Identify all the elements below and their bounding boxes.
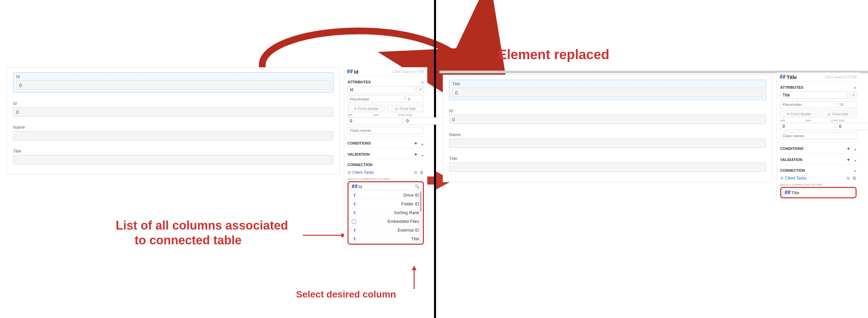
props-column-name: Title: [786, 74, 797, 80]
field-label: Id: [13, 101, 333, 106]
text-type-icon: T: [351, 201, 358, 207]
props-header: ## Title Client Tasks:id:YYZM: [777, 73, 860, 82]
expand-attribute-button[interactable]: ↗: [416, 86, 424, 94]
field-name[interactable]: Name: [13, 125, 333, 141]
max-input[interactable]: [837, 123, 868, 130]
chevron-down-icon[interactable]: ⌄: [854, 85, 857, 90]
props-column-path: Client Tasks:id:YYZM: [825, 75, 857, 79]
section-conditions[interactable]: CONDITIONS + ⌄: [777, 143, 860, 153]
force-hide-toggle[interactable]: ◎ Force hide: [819, 110, 857, 118]
attachment-type-icon: [351, 219, 356, 224]
text-type-icon: T: [351, 210, 358, 216]
column-option[interactable]: T Sorting Rank: [349, 208, 422, 217]
field-id[interactable]: Id 0: [449, 108, 766, 124]
right-pane: Title 0 Id 0 Name Title ## Title Client …: [436, 0, 868, 318]
section-connection[interactable]: CONNECTION ⌄: [777, 165, 860, 174]
add-validation-button[interactable]: +: [847, 157, 850, 162]
field-value[interactable]: [449, 139, 766, 148]
class-names-input[interactable]: [347, 127, 424, 134]
section-attributes[interactable]: ATTRIBUTES ⌄: [777, 82, 860, 92]
chevron-down-icon[interactable]: ⌄: [854, 168, 857, 172]
field-value[interactable]: 0: [452, 88, 763, 97]
copy-connection-button[interactable]: ⧉: [847, 176, 850, 180]
placeholder-input[interactable]: [780, 101, 837, 108]
select-connected-column-label: SELECT CONNECTED COLUMN: [347, 177, 424, 180]
placeholder-input[interactable]: [347, 96, 404, 103]
chevron-down-icon[interactable]: ⌄: [421, 142, 424, 146]
props-column-name: Id: [354, 69, 358, 75]
field-id-selected[interactable]: Id 0: [13, 72, 333, 93]
field-name[interactable]: Name: [449, 132, 766, 148]
attribute-name-input[interactable]: [347, 86, 415, 94]
chevron-down-icon[interactable]: ⌄: [421, 153, 424, 157]
field-title[interactable]: Title: [13, 149, 333, 164]
field-value[interactable]: 0: [13, 107, 333, 117]
field-label: Title: [13, 149, 333, 154]
section-validation[interactable]: VALIDATION + ⌄: [344, 148, 427, 159]
field-label: Title: [452, 81, 763, 86]
section-validation[interactable]: VALIDATION + ⌄: [777, 154, 860, 164]
delete-connection-button[interactable]: 🗑: [420, 170, 424, 175]
add-validation-button[interactable]: +: [414, 152, 417, 157]
field-value[interactable]: [13, 155, 333, 164]
force-hide-toggle[interactable]: ◎ Force hide: [387, 105, 424, 112]
link-icon: ⊙: [780, 176, 783, 180]
expand-icon[interactable]: ↕: [850, 191, 852, 195]
column-option[interactable]: T Folder ID: [349, 200, 422, 208]
max-label: MAX: [373, 114, 399, 117]
field-value[interactable]: [13, 131, 333, 141]
properties-panel: ## Title Client Tasks:id:YYZM ATTRIBUTES…: [776, 73, 860, 202]
placeholder-default-input[interactable]: [406, 96, 424, 103]
section-conditions[interactable]: CONDITIONS + ⌄: [344, 137, 427, 148]
section-connection[interactable]: CONNECTION: [344, 159, 427, 169]
hide-icon: ◎: [395, 107, 398, 111]
class-names-input[interactable]: [780, 132, 857, 140]
connection-table-name: Client Tasks: [785, 176, 806, 180]
force-disable-toggle[interactable]: ✕ Force disable: [780, 110, 817, 118]
force-disable-toggle[interactable]: ✕ Force disable: [347, 105, 385, 112]
copy-connection-button[interactable]: ⧉: [414, 170, 417, 175]
column-list-scrollbar[interactable]: [420, 191, 422, 243]
number-type-icon: ##: [779, 74, 785, 80]
min-input[interactable]: [347, 117, 403, 125]
field-value[interactable]: 0: [449, 115, 766, 124]
column-option[interactable]: Embedded Files: [349, 217, 422, 226]
add-condition-button[interactable]: +: [414, 141, 417, 146]
connection-table-row: ⊙ Client Tasks ⧉ 🗑: [780, 174, 857, 182]
field-value[interactable]: 0: [16, 80, 330, 90]
disable-icon: ✕: [786, 112, 789, 116]
force-hide-label: Force hide: [400, 107, 415, 111]
field-title[interactable]: Title: [449, 156, 766, 172]
disable-icon: ✕: [354, 107, 357, 111]
delete-connection-button[interactable]: 🗑: [852, 176, 857, 180]
column-option[interactable]: T Drive ID: [349, 191, 422, 200]
column-option[interactable]: T External ID: [349, 226, 422, 235]
column-name: External ID: [358, 227, 419, 233]
attribute-name-input[interactable]: [780, 92, 848, 99]
properties-panel: ## Id Client Tasks:id:YYZM ATTRIBUTES ⌄ …: [344, 67, 427, 248]
connected-column-selector-closed[interactable]: ## Title ↕: [780, 187, 857, 198]
section-validation-label: VALIDATION: [347, 152, 370, 156]
field-title-selected[interactable]: Title 0: [449, 80, 766, 100]
field-value[interactable]: [449, 162, 766, 172]
chevron-down-icon[interactable]: ⌄: [421, 80, 424, 84]
search-icon[interactable]: 🔍: [415, 184, 420, 189]
section-attributes[interactable]: ATTRIBUTES ⌄: [344, 76, 427, 86]
column-name: Title: [358, 236, 419, 241]
attributes-body: ↗ ✕ Force disable ◎ Force hide MIN MAX S: [777, 92, 860, 142]
min-input[interactable]: [780, 123, 835, 130]
section-validation-label: VALIDATION: [780, 158, 802, 162]
column-option-title[interactable]: T Title: [349, 235, 422, 243]
field-id[interactable]: Id 0: [13, 101, 333, 117]
number-type-icon: ##: [347, 69, 353, 75]
column-search-row[interactable]: ## Id 🔍: [349, 183, 422, 190]
number-type-icon: ##: [351, 183, 358, 189]
chevron-down-icon[interactable]: ⌄: [854, 147, 857, 151]
add-condition-button[interactable]: +: [847, 146, 850, 151]
select-connected-column-label: SELECT CONNECTED COLUMN: [780, 183, 857, 186]
text-type-icon: T: [351, 227, 358, 233]
chevron-down-icon[interactable]: ⌄: [854, 158, 857, 162]
placeholder-default-input[interactable]: [838, 101, 857, 108]
expand-attribute-button[interactable]: ↗: [849, 92, 857, 99]
connected-column-dropdown-open: ## Id 🔍 T Drive ID T Folder ID T: [347, 181, 424, 245]
